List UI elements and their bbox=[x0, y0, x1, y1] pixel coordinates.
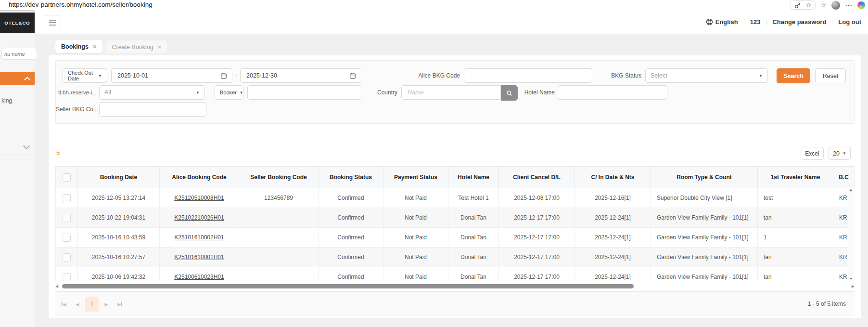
current-page-button[interactable]: 1 bbox=[85, 297, 99, 312]
cell-client-cancel-d-l: 2025-12-08 17:00 bbox=[499, 188, 575, 208]
select-all-header bbox=[56, 167, 78, 188]
bkg-status-select[interactable]: Select ▼ bbox=[645, 68, 768, 83]
tab-bookings[interactable]: Bookings × bbox=[55, 40, 102, 53]
seller-bkg-code-input[interactable] bbox=[104, 105, 201, 113]
prev-page-button[interactable]: ◀ bbox=[72, 297, 83, 312]
language-label: English bbox=[715, 18, 738, 26]
bookings-table: Booking DateAlice Booking CodeSeller Boo… bbox=[55, 166, 855, 281]
date-type-select[interactable]: Check Out Date ▼ bbox=[63, 68, 107, 83]
tab-create-booking[interactable]: Create Booking × bbox=[106, 40, 168, 54]
horizontal-scrollbar[interactable]: ◀ ▶ bbox=[55, 283, 855, 289]
app-logo[interactable]: OTEL&CO bbox=[0, 13, 35, 33]
last-page-button[interactable]: ▶ bbox=[114, 297, 126, 312]
cell-client-cancel-d-l: 2025-12-17 17:00 bbox=[499, 208, 575, 228]
search-button[interactable]: Search bbox=[777, 68, 810, 83]
booking-panel: Check Out Date ▼ - bbox=[49, 55, 861, 318]
menu-search-input[interactable] bbox=[1, 48, 37, 60]
booker-type-select[interactable]: Booker ▼ bbox=[215, 85, 243, 100]
calendar-icon[interactable] bbox=[220, 72, 227, 79]
chevron-down-icon: ▼ bbox=[759, 74, 763, 78]
column-header-room-type-count: Room Type & Count bbox=[651, 167, 758, 188]
result-count: 5 bbox=[56, 149, 60, 157]
hotel-name-input[interactable] bbox=[563, 89, 662, 96]
sidebar-active-section[interactable] bbox=[0, 72, 35, 85]
cell-alice-booking-code: K25102210026H01 bbox=[160, 208, 239, 228]
row-checkbox[interactable] bbox=[63, 214, 71, 222]
row-checkbox[interactable] bbox=[63, 253, 71, 262]
sidebar-item-booking[interactable]: king bbox=[1, 97, 12, 104]
bookmark-star-icon[interactable]: ☆ bbox=[806, 2, 812, 8]
country-input[interactable] bbox=[407, 89, 496, 96]
sidebar-toggle-button[interactable] bbox=[45, 15, 60, 30]
cell-booking-date: 2025-10-16 10:27:57 bbox=[78, 248, 160, 267]
password-key-icon[interactable] bbox=[794, 2, 801, 9]
logout-link[interactable]: Log out bbox=[838, 18, 861, 26]
cell-1st-traveler-name: 1 bbox=[758, 228, 833, 248]
cell-hotel-name: Donal Tan bbox=[448, 208, 499, 228]
alice-booking-code-link[interactable]: K25120510008H01 bbox=[174, 195, 224, 201]
scroll-down-icon[interactable]: ▼ bbox=[849, 277, 853, 280]
chevron-down-icon[interactable] bbox=[23, 143, 30, 149]
first-page-button[interactable]: ◀ bbox=[58, 297, 70, 312]
cell-payment-status: Not Paid bbox=[383, 208, 448, 228]
excel-export-button[interactable]: Excel bbox=[801, 147, 824, 160]
table-row: 2025-10-16 10:27:57K25101610001H01Confir… bbox=[56, 248, 855, 267]
scroll-up-icon[interactable]: ▲ bbox=[849, 188, 853, 191]
cell-1st-traveler-name: tan bbox=[758, 208, 833, 228]
cell-c-in-date-nts: 2025-12-24[1] bbox=[575, 267, 651, 282]
cell-seller-booking-code bbox=[239, 248, 319, 267]
table-toolbar: 5 Excel 20 ▼ bbox=[55, 147, 855, 160]
vertical-scrollbar[interactable]: ▲ ▼ bbox=[848, 187, 855, 281]
row-checkbox[interactable] bbox=[63, 234, 71, 242]
cell-room-type-count: Superior Double City View [1] bbox=[651, 188, 758, 208]
close-icon[interactable]: × bbox=[93, 43, 97, 50]
change-password-link[interactable]: Change password bbox=[772, 18, 826, 26]
country-label: Country bbox=[345, 85, 397, 100]
cell-1st-traveler-name: tan bbox=[758, 267, 833, 282]
select-all-checkbox[interactable] bbox=[63, 173, 71, 182]
cell-c-in-date-nts: 2025-12-24[1] bbox=[575, 248, 651, 267]
language-switch[interactable]: English bbox=[706, 18, 738, 26]
row-checkbox[interactable] bbox=[63, 273, 71, 281]
date-to-field bbox=[240, 68, 361, 83]
reserve-id-label: tl.bh-reserve-i... bbox=[56, 85, 97, 100]
alice-booking-code-link[interactable]: K25100610023H01 bbox=[174, 274, 224, 280]
column-header-payment-status: Payment Status bbox=[383, 167, 448, 188]
scroll-left-icon[interactable]: ◀ bbox=[55, 284, 58, 288]
close-icon[interactable]: × bbox=[158, 43, 162, 51]
booker-input[interactable] bbox=[253, 89, 356, 96]
horizontal-scrollbar-thumb[interactable] bbox=[62, 284, 634, 288]
cell-alice-booking-code: K25120510008H01 bbox=[160, 188, 239, 208]
chevron-down-icon: ▼ bbox=[842, 151, 846, 156]
date-from-input[interactable] bbox=[116, 72, 217, 79]
alice-booking-code-link[interactable]: K25101610002H01 bbox=[174, 234, 224, 241]
browser-address-bar: https://dev-partners.ohmyhotel.com/selle… bbox=[0, 0, 868, 11]
cell-booking-status: Confirmed bbox=[319, 248, 383, 267]
collections-icon[interactable]: ☆ bbox=[821, 2, 827, 8]
cell-c-in-date-nts: 2025-12-16[1] bbox=[575, 188, 651, 208]
cell-seller-booking-code bbox=[239, 228, 319, 248]
column-header-seller-booking-code: Seller Booking Code bbox=[239, 167, 319, 188]
copilot-icon[interactable] bbox=[857, 1, 865, 9]
browser-menu-icon[interactable]: ⋯ bbox=[845, 1, 853, 10]
user-code[interactable]: 123 bbox=[750, 18, 761, 26]
cell-c-in-date-nts: 2025-12-24[1] bbox=[575, 228, 651, 248]
reset-button[interactable]: Reset bbox=[815, 68, 846, 83]
scroll-right-icon[interactable]: ▶ bbox=[852, 284, 855, 288]
reserve-id-select[interactable]: All ▼ bbox=[99, 85, 205, 100]
column-header-booking-status: Booking Status bbox=[319, 167, 383, 188]
table-row: 2025-10-22 19:04:31K25102210026H01Confir… bbox=[56, 208, 855, 228]
row-checkbox[interactable] bbox=[63, 194, 71, 202]
cell-booking-date: 2025-12-05 13:27:14 bbox=[78, 188, 160, 208]
alice-booking-code-link[interactable]: K25101610001H01 bbox=[174, 254, 224, 261]
alice-booking-code-link[interactable]: K25102210026H01 bbox=[174, 214, 224, 221]
url-text[interactable]: https://dev-partners.ohmyhotel.com/selle… bbox=[9, 1, 153, 8]
next-page-button[interactable]: ▶ bbox=[101, 297, 112, 312]
cell-booking-date: 2025-10-06 19:42:32 bbox=[78, 267, 160, 282]
browser-profile-avatar[interactable] bbox=[831, 1, 840, 10]
page-size-select[interactable]: 20 ▼ bbox=[829, 147, 851, 160]
cell-booking-date: 2025-10-16 10:43:59 bbox=[78, 228, 160, 248]
date-to-input[interactable] bbox=[245, 72, 346, 79]
cell-room-type-count: Garden View Family Family - 101[1] bbox=[651, 267, 758, 282]
bkg-status-label: BKG Status bbox=[556, 68, 641, 83]
